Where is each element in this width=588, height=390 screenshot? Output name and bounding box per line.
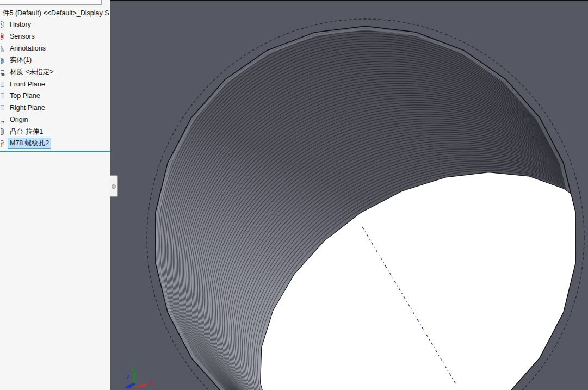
triad-x-label: X <box>150 380 154 386</box>
feature-manager-panel: 件5 (Default) <<Default>_Display S Histor… <box>0 0 110 390</box>
splitter-dot-icon <box>112 184 116 189</box>
tree-filter-box[interactable] <box>0 0 102 5</box>
tree-item-label: Front Plane <box>8 79 47 89</box>
model-scene: Y X Z <box>110 1 588 390</box>
tree-item-4[interactable]: 材质 <未指定> <box>0 66 109 78</box>
tree-item-label: Top Plane <box>8 91 42 101</box>
part-root-label: 件5 (Default) <<Default>_Display S <box>1 8 109 19</box>
rollback-bar[interactable] <box>0 151 110 153</box>
tree-item-2[interactable]: Annotations <box>0 42 109 54</box>
material-icon <box>1 68 6 77</box>
tree-item-10[interactable]: M78 螺纹孔2 <box>0 138 109 150</box>
tree-item-7[interactable]: Right Plane <box>0 102 109 114</box>
tree-item-5[interactable]: Front Plane <box>0 78 109 90</box>
tree-item-6[interactable]: Top Plane <box>0 90 109 102</box>
annotations-icon <box>1 44 6 53</box>
threaded-hole-icon <box>1 139 6 148</box>
sensors-icon <box>1 32 6 41</box>
triad-z-label: Z <box>126 374 130 380</box>
feature-tree: 件5 (Default) <<Default>_Display S Histor… <box>0 8 109 150</box>
tree-item-3[interactable]: 实体(1) <box>0 54 109 66</box>
tree-item-1[interactable]: Sensors <box>0 30 109 42</box>
tree-item-label: Origin <box>8 115 30 125</box>
graphics-viewport[interactable]: Y X Z <box>110 0 588 390</box>
tree-item-label: Right Plane <box>8 103 47 113</box>
tree-item-label: M78 螺纹孔2 <box>8 138 51 149</box>
solid-bodies-icon <box>1 56 6 65</box>
tree-item-9[interactable]: 凸台-拉伸1 <box>0 126 109 138</box>
tree-item-8[interactable]: Origin <box>0 114 109 126</box>
plane-icon <box>1 103 6 112</box>
tree-item-label: 材质 <未指定> <box>8 66 56 78</box>
plane-icon <box>1 91 6 100</box>
boss-extrude-icon <box>1 127 6 136</box>
panel-splitter-handle[interactable] <box>110 175 118 197</box>
tree-item-label: 凸台-拉伸1 <box>8 126 45 138</box>
triad-y-label: Y <box>131 366 135 372</box>
plane-icon <box>1 80 6 89</box>
origin-icon <box>1 115 6 124</box>
tree-item-part-root[interactable]: 件5 (Default) <<Default>_Display S <box>0 8 109 19</box>
history-icon <box>1 20 6 29</box>
tree-item-0[interactable]: History <box>0 19 109 31</box>
tree-item-label: 实体(1) <box>8 54 34 66</box>
tree-item-label: Sensors <box>8 32 37 41</box>
tree-item-label: Annotations <box>8 44 48 53</box>
tree-item-label: History <box>8 20 33 29</box>
